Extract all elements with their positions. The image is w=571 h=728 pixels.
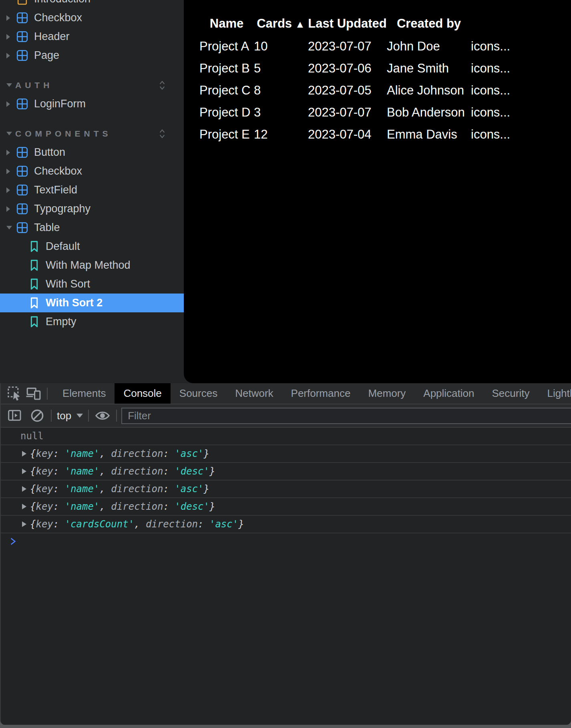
cell-name: Project D	[199, 101, 254, 123]
sidebar-story-label: Empty	[46, 316, 76, 328]
object-preview-punct: ,	[99, 466, 111, 477]
expand-triangle-icon[interactable]	[22, 521, 26, 527]
object-preview-punct: :	[53, 519, 65, 530]
object-preview-punct: :	[198, 519, 209, 530]
expander-caret-icon[interactable]	[6, 206, 16, 212]
inspect-element-icon[interactable]	[6, 385, 24, 402]
console-message-object: {key: 'cardsCount', direction: 'asc'}	[1, 516, 571, 533]
object-preview-punct: :	[163, 466, 175, 477]
tab-elements[interactable]: Elements	[54, 383, 115, 404]
caret-down-icon	[6, 132, 12, 135]
sidebar-story-with-sort[interactable]: With Sort	[0, 275, 184, 294]
console-filter-input[interactable]	[121, 408, 571, 424]
sidebar-item-button[interactable]: Button	[0, 143, 184, 162]
column-header-last-updated[interactable]: Last Updated	[308, 12, 387, 35]
clear-console-icon[interactable]	[28, 407, 46, 424]
expander-caret-icon[interactable]	[6, 34, 16, 40]
object-preview-str: 'desc'	[175, 466, 209, 477]
expander-caret-icon[interactable]	[6, 101, 16, 107]
cell-actions[interactable]: icons...	[471, 57, 571, 79]
sidebar-section-auth[interactable]: AUTH	[0, 76, 184, 95]
tab-performance[interactable]: Performance	[282, 383, 360, 404]
console-prompt[interactable]	[1, 533, 571, 552]
tab-sources[interactable]: Sources	[171, 383, 226, 404]
object-preview-punct: ,	[99, 448, 111, 459]
component-grid-icon	[16, 221, 28, 234]
sidebar-story-with-sort-2[interactable]: With Sort 2	[0, 294, 184, 312]
table-row: Project A102023-07-07John Doeicons...	[199, 35, 571, 57]
object-preview-prop: key	[36, 466, 53, 477]
cell-actions[interactable]: icons...	[471, 101, 571, 123]
sidebar-item-page[interactable]: Page	[0, 46, 184, 65]
cell-cards: 12	[254, 123, 308, 145]
cell-actions[interactable]: icons...	[471, 123, 571, 145]
expander-caret-icon[interactable]	[6, 169, 16, 174]
cell-actions[interactable]: icons...	[471, 35, 571, 57]
sidebar-item-checkbox[interactable]: Checkbox	[0, 162, 184, 181]
storybook-main: IntroductionCheckboxHeaderPageAUTHLoginF…	[0, 0, 571, 383]
sidebar-section-components[interactable]: COMPONENTS	[0, 124, 184, 143]
tab-security[interactable]: Security	[483, 383, 539, 404]
sidebar-item-loginform[interactable]: LoginForm	[0, 95, 184, 113]
expand-triangle-icon[interactable]	[22, 504, 26, 509]
cell-actions[interactable]: icons...	[471, 79, 571, 101]
column-header-name[interactable]: Name	[199, 12, 254, 35]
cell-created-by: Emma Davis	[387, 123, 471, 145]
column-header-cards[interactable]: Cards▲	[254, 12, 308, 35]
expander-caret-icon[interactable]	[6, 15, 16, 21]
sidebar-item-label: Button	[34, 146, 65, 159]
column-header-created-by[interactable]: Created by	[387, 12, 471, 35]
toolbar-divider	[51, 410, 52, 422]
tab-network[interactable]: Network	[226, 383, 282, 404]
live-expression-eye-icon[interactable]	[93, 407, 112, 424]
context-selector[interactable]: top	[57, 410, 83, 422]
caret-down-icon	[6, 83, 12, 87]
tab-console[interactable]: Console	[115, 383, 170, 404]
sidebar-item-textfield[interactable]: TextField	[0, 181, 184, 199]
console-output: null{key: 'name', direction: 'asc'}{key:…	[1, 428, 571, 725]
expand-triangle-icon[interactable]	[22, 451, 26, 457]
console-primitive-value: null	[20, 430, 44, 442]
device-toolbar-icon[interactable]	[24, 385, 42, 402]
object-preview-punct: }	[204, 448, 209, 459]
expand-collapse-all-icon[interactable]	[158, 79, 166, 93]
expander-caret-icon[interactable]	[6, 150, 16, 155]
table-row: Project E122023-07-04Emma Davisicons...	[199, 123, 571, 145]
sidebar-story-with-map-method[interactable]: With Map Method	[0, 256, 184, 275]
sidebar-story-default[interactable]: Default	[0, 237, 184, 256]
object-preview-prop: key	[36, 519, 53, 530]
table-row: Project D32023-07-07Bob Andersonicons...	[199, 101, 571, 123]
sidebar-item-typography[interactable]: Typography	[0, 199, 184, 218]
expand-triangle-icon[interactable]	[22, 469, 26, 474]
sidebar-item-checkbox[interactable]: Checkbox	[0, 8, 184, 27]
object-preview: {key: 'cardsCount', direction: 'asc'}	[30, 519, 244, 530]
cell-name: Project C	[199, 79, 254, 101]
sidebar-story-label: Default	[46, 240, 80, 253]
tab-lighthouse[interactable]: Lighthouse	[538, 383, 571, 404]
sidebar-item-label: Checkbox	[34, 165, 82, 177]
sidebar-section-label: AUTH	[15, 80, 53, 90]
object-preview-punct: :	[163, 501, 175, 512]
sidebar-story-empty[interactable]: Empty	[0, 312, 184, 331]
tab-application[interactable]: Application	[414, 383, 483, 404]
component-grid-icon	[16, 49, 28, 62]
object-preview-punct: :	[53, 466, 65, 477]
object-preview-str: 'name'	[65, 466, 100, 477]
sidebar-item-introduction[interactable]: Introduction	[0, 0, 184, 8]
expand-collapse-all-icon[interactable]	[158, 128, 166, 141]
sidebar-item-label: Checkbox	[34, 12, 82, 24]
expander-caret-icon[interactable]	[6, 187, 16, 193]
cell-last-updated: 2023-07-07	[308, 35, 387, 57]
sidebar-item-header[interactable]: Header	[0, 27, 184, 46]
sidebar-story-label: With Sort	[46, 278, 90, 290]
expand-triangle-icon[interactable]	[22, 486, 26, 492]
object-preview: {key: 'name', direction: 'desc'}	[30, 466, 215, 477]
expander-caret-icon[interactable]	[6, 226, 16, 229]
tab-memory[interactable]: Memory	[359, 383, 414, 404]
sidebar-item-table[interactable]: Table	[0, 218, 184, 237]
table-body: Project A102023-07-07John Doeicons...Pro…	[199, 35, 571, 145]
caret-right-icon	[6, 53, 10, 58]
caret-right-icon	[6, 15, 10, 21]
expander-caret-icon[interactable]	[6, 53, 16, 58]
console-sidebar-icon[interactable]	[6, 407, 24, 424]
